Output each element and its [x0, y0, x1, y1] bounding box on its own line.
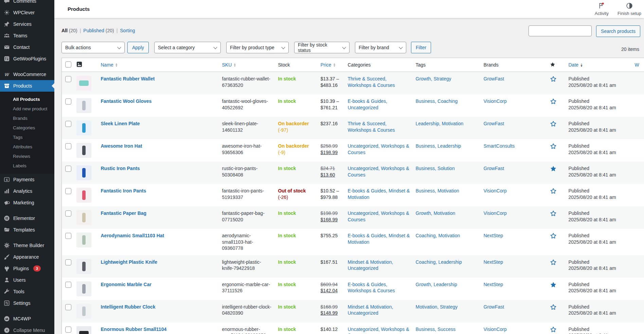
- product-thumbnail[interactable]: [76, 281, 91, 296]
- sidebar-item-payments[interactable]: $Payments: [0, 174, 54, 185]
- category-links[interactable]: E-books & Guides, Uncategorized: [348, 98, 388, 110]
- sidebar-subitem-brands[interactable]: Brands: [0, 113, 54, 123]
- brand-link[interactable]: VisionCorp: [484, 210, 507, 216]
- sidebar-item-woocommerce[interactable]: WWooCommerce: [0, 69, 54, 80]
- product-name-link[interactable]: Ergonomic Marble Car: [101, 282, 151, 287]
- stock-status-filter-select[interactable]: Filter by stock status: [294, 42, 350, 53]
- sidebar-item-contact[interactable]: Contact: [0, 41, 54, 53]
- tag-links[interactable]: Growth, Leadership: [416, 282, 457, 287]
- sidebar-subitem-labels[interactable]: Labels: [0, 161, 54, 170]
- tag-links[interactable]: Coaching, Leadership: [416, 259, 462, 265]
- sidebar-item-wpclever[interactable]: WPClever: [0, 7, 54, 18]
- featured-star-outline-icon[interactable]: [550, 259, 557, 267]
- product-type-filter-select[interactable]: Filter by product type: [226, 42, 289, 53]
- sort-by-date[interactable]: Date▲▼: [569, 62, 583, 68]
- sidebar-subitem-all-products[interactable]: All Products: [0, 94, 54, 104]
- sort-by-sku[interactable]: SKU▲▼: [222, 62, 236, 68]
- product-thumbnail[interactable]: [76, 120, 91, 135]
- brand-link[interactable]: VisionCorp: [484, 188, 507, 193]
- product-name-link[interactable]: Awesome Iron Hat: [101, 143, 142, 149]
- sidebar-item-comments[interactable]: Comments: [0, 0, 54, 7]
- search-input[interactable]: [529, 25, 592, 36]
- sidebar-item-marketing[interactable]: Marketing: [0, 197, 54, 208]
- brand-filter-select[interactable]: Filter by brand: [355, 42, 406, 53]
- featured-star-outline-icon[interactable]: [550, 326, 557, 334]
- brand-link[interactable]: NextStep: [484, 282, 503, 287]
- row-checkbox[interactable]: [65, 210, 71, 217]
- featured-star-filled-icon[interactable]: [550, 165, 557, 174]
- product-name-link[interactable]: Intelligent Rubber Clock: [101, 304, 156, 310]
- tag-links[interactable]: Business, Motivation: [416, 188, 459, 193]
- category-links[interactable]: Uncategorized, Workshops & Courses: [348, 327, 409, 334]
- row-checkbox[interactable]: [65, 304, 71, 310]
- sidebar-item-theme-builder[interactable]: Theme Builder: [0, 240, 54, 251]
- brand-link[interactable]: SmartConsults: [484, 143, 515, 149]
- sidebar-subitem-tags[interactable]: Tags: [0, 132, 54, 142]
- category-links[interactable]: E-books & Guides, Workshops & Courses: [348, 282, 395, 294]
- product-name-link[interactable]: Fantastic Iron Pants: [101, 188, 146, 193]
- row-checkbox[interactable]: [65, 98, 71, 105]
- featured-star-outline-icon[interactable]: [550, 210, 557, 219]
- view-published-link[interactable]: Published (20): [83, 28, 114, 33]
- view-all-link[interactable]: All (20): [61, 28, 77, 33]
- brand-link[interactable]: GrowFast: [484, 166, 504, 171]
- product-thumbnail[interactable]: [76, 259, 91, 274]
- brand-link[interactable]: GrowFast: [484, 76, 504, 81]
- category-links[interactable]: Uncategorized, Workshops & Courses: [348, 210, 409, 222]
- tag-links[interactable]: Business, Solution: [416, 166, 455, 171]
- category-links[interactable]: Thrive & Succeed, Workshops & Courses: [348, 76, 395, 88]
- product-name-link[interactable]: Fantastic Paper Bag: [101, 210, 147, 216]
- tag-links[interactable]: Business, Leadership: [416, 143, 461, 149]
- sidebar-subitem-reviews[interactable]: Reviews: [0, 151, 54, 161]
- featured-star-outline-icon[interactable]: [550, 233, 557, 241]
- sidebar-item-elementor[interactable]: Elementor: [0, 212, 54, 224]
- featured-star-outline-icon[interactable]: [550, 304, 557, 312]
- product-thumbnail[interactable]: [76, 326, 91, 334]
- sidebar-item-plugins[interactable]: Plugins3: [0, 263, 54, 274]
- brand-link[interactable]: VisionCorp: [484, 98, 507, 104]
- featured-star-outline-icon[interactable]: [550, 120, 557, 129]
- featured-star-outline-icon[interactable]: [550, 98, 557, 107]
- finish-setup-button[interactable]: Finish setup: [618, 2, 641, 16]
- product-name-link[interactable]: Rustic Iron Pants: [101, 166, 140, 171]
- category-links[interactable]: Mindset & Motivation, Uncategorized: [348, 259, 393, 271]
- category-links[interactable]: E-books & Guides, Mindset & Motivation: [348, 188, 410, 200]
- sidebar-item-appearance[interactable]: Appearance: [0, 251, 54, 263]
- featured-star-outline-icon[interactable]: [550, 76, 557, 84]
- row-checkbox[interactable]: [65, 143, 71, 149]
- sidebar-item-collapse-menu[interactable]: Collapse Menu: [0, 324, 54, 334]
- tag-links[interactable]: Coaching, Motivation: [416, 233, 460, 238]
- sidebar-item-products[interactable]: Products: [0, 80, 54, 92]
- product-thumbnail[interactable]: [76, 143, 91, 158]
- sidebar-item-templates[interactable]: Templates: [0, 224, 54, 236]
- brand-link[interactable]: GrowFast: [484, 121, 504, 126]
- product-name-link[interactable]: Fantastic Rubber Wallet: [101, 76, 155, 81]
- sidebar-item-users[interactable]: Users: [0, 274, 54, 286]
- sidebar-subitem-attributes[interactable]: Attributes: [0, 142, 54, 151]
- sidebar-item-teams[interactable]: Teams: [0, 30, 54, 41]
- sidebar-item-tools[interactable]: Tools: [0, 286, 54, 297]
- sidebar-item-services[interactable]: Services: [0, 18, 54, 30]
- row-checkbox[interactable]: [65, 233, 71, 239]
- product-thumbnail[interactable]: [76, 76, 91, 91]
- extra-column-header[interactable]: W: [635, 62, 639, 68]
- sidebar-subitem-add-new-product[interactable]: Add new product: [0, 104, 54, 113]
- brand-link[interactable]: VisionCorp: [484, 327, 507, 332]
- category-links[interactable]: Mindset & Motivation, Uncategorized: [348, 304, 393, 316]
- select-all-checkbox[interactable]: [65, 61, 71, 68]
- sidebar-item-settings[interactable]: Settings: [0, 297, 54, 309]
- sidebar-item-mc4wp[interactable]: MC4WP: [0, 313, 54, 324]
- search-products-button[interactable]: Search products: [596, 25, 640, 37]
- tag-links[interactable]: Growth, Motivation: [416, 210, 455, 216]
- row-checkbox[interactable]: [65, 188, 71, 194]
- filter-button[interactable]: Filter: [411, 42, 431, 53]
- product-thumbnail[interactable]: [76, 304, 91, 319]
- activity-button[interactable]: Activity: [595, 2, 609, 16]
- row-checkbox[interactable]: [65, 166, 71, 172]
- tag-links[interactable]: Growth, Strategy: [416, 76, 451, 81]
- apply-button[interactable]: Apply: [127, 42, 149, 53]
- brand-link[interactable]: GrowFast: [484, 304, 504, 310]
- product-name-link[interactable]: Enormous Rubber Small1104: [101, 327, 167, 332]
- view-sorting-link[interactable]: Sorting: [120, 28, 135, 33]
- product-name-link[interactable]: Fantastic Wool Gloves: [101, 98, 152, 104]
